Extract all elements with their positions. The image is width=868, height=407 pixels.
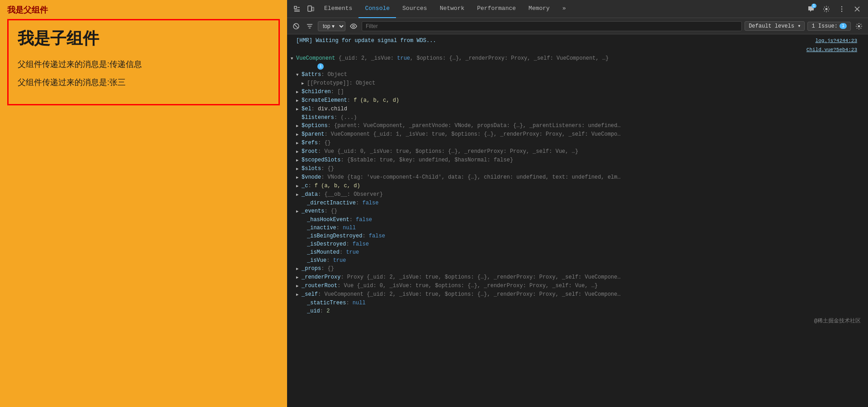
- no-arrow: [302, 256, 307, 265]
- expand-arrow[interactable]: [296, 165, 302, 173]
- left-panel: 我是父组件 我是子组件 父组件传递过来的消息是:传递信息 父组件传递过来的消息是…: [0, 0, 287, 407]
- settings-icon[interactable]: [820, 3, 833, 15]
- hmr-file-link[interactable]: log.js?4244:23: [816, 37, 864, 45]
- eye-icon[interactable]: [348, 21, 359, 32]
- expand-arrow[interactable]: [296, 96, 302, 105]
- tree-self[interactable]: _self: VueComponent {_uid: 2, _isVue: tr…: [287, 290, 868, 299]
- svg-rect-4: [308, 6, 311, 11]
- tree-options[interactable]: $options: {parent: VueComponent, _parent…: [287, 122, 868, 130]
- tree-inactive: _inactive: null: [287, 224, 868, 232]
- tree-createelement[interactable]: $createElement: f (a, b, c, d): [287, 96, 868, 105]
- expand-arrow[interactable]: [296, 207, 302, 216]
- tree-events[interactable]: _events: {}: [287, 207, 868, 216]
- expand-arrow[interactable]: [291, 54, 296, 63]
- tab-sources[interactable]: Sources: [396, 0, 434, 18]
- svg-point-17: [353, 25, 354, 27]
- feedback-icon[interactable]: 1: [805, 3, 817, 15]
- expand-arrow[interactable]: [296, 156, 302, 165]
- expand-arrow[interactable]: [296, 290, 302, 299]
- child-box: 我是子组件 父组件传递过来的消息是:传递信息 父组件传递过来的消息是:张三: [7, 19, 280, 105]
- issues-badge: 1: [840, 23, 847, 29]
- issues-label: 1 Issue:: [811, 23, 838, 29]
- tab-performance[interactable]: Performance: [471, 0, 522, 18]
- tree-slots[interactable]: $slots: {}: [287, 165, 868, 173]
- tree-parent[interactable]: $parent: VueComponent {_uid: 1, _isVue: …: [287, 130, 868, 139]
- svg-point-6: [826, 8, 828, 10]
- tree-attrs[interactable]: $attrs: Object: [287, 71, 868, 79]
- tree-children[interactable]: $children: []: [287, 88, 868, 96]
- expand-arrow: [296, 114, 302, 122]
- child-msg-1: 父组件传递过来的消息是:传递信息: [18, 59, 269, 70]
- vue-component-root[interactable]: VueComponent {_uid: 2, _isVue: true, $op…: [287, 54, 868, 71]
- expand-arrow[interactable]: [296, 147, 302, 156]
- device-icon[interactable]: [304, 3, 317, 15]
- tab-elements[interactable]: Elements: [318, 0, 359, 18]
- expand-arrow[interactable]: [296, 105, 302, 114]
- tree-router-root[interactable]: _routerRoot: Vue {_uid: 0, _isVue: true,…: [287, 282, 868, 290]
- tab-memory[interactable]: Memory: [522, 0, 556, 18]
- child-title: 我是子组件: [18, 28, 269, 50]
- tab-network[interactable]: Network: [434, 0, 471, 18]
- devtools-topbar: Elements Console Sources Network Perform…: [287, 0, 868, 18]
- expand-arrow[interactable]: [296, 265, 302, 273]
- no-arrow: [302, 248, 307, 256]
- clear-console-icon[interactable]: [291, 21, 302, 32]
- filter-icon[interactable]: [304, 21, 315, 32]
- tree-scoped-slots[interactable]: $scopedSlots: {$stable: true, $key: unde…: [287, 156, 868, 165]
- tree-is-mounted: _isMounted: true: [287, 248, 868, 256]
- filter-input[interactable]: [362, 21, 742, 31]
- svg-point-18: [858, 25, 860, 27]
- no-arrow: [302, 199, 307, 207]
- console-settings-icon[interactable]: [854, 21, 864, 32]
- tree-vnode[interactable]: $vnode: VNode {tag: 'vue-component-4-Chi…: [287, 173, 868, 182]
- no-arrow: [302, 216, 307, 224]
- issues-btn[interactable]: 1 Issue: 1: [807, 22, 851, 31]
- expand-arrow[interactable]: [296, 71, 302, 79]
- console-output: [HMR] Waiting for update signal from WDS…: [287, 34, 868, 407]
- expand-arrow[interactable]: [296, 273, 302, 282]
- tree-c[interactable]: _c: f (a, b, c, d): [287, 182, 868, 190]
- tree-data[interactable]: _data: {__ob__: Observer}: [287, 190, 868, 199]
- tree-listeners[interactable]: $listeners: (...): [287, 114, 868, 122]
- console-toolbar: top ▾ Default levels ▾ 1 Issue: 1: [287, 18, 868, 34]
- expand-arrow[interactable]: [296, 122, 302, 130]
- tree-prototype[interactable]: [[Prototype]]: Object: [287, 79, 868, 88]
- svg-rect-0: [294, 6, 297, 9]
- tab-console[interactable]: Console: [359, 0, 396, 18]
- expand-arrow[interactable]: [296, 139, 302, 147]
- expand-arrow[interactable]: [296, 282, 302, 290]
- inspect-icon[interactable]: [291, 3, 303, 15]
- child-file-line: Child.vue?5eb4:23: [287, 45, 868, 54]
- tree-is-being-destroyed: _isBeingDestroyed: false: [287, 232, 868, 240]
- hmr-text: [HMR] Waiting for update signal from WDS…: [296, 37, 436, 45]
- context-selector[interactable]: top ▾: [318, 21, 345, 31]
- devtools-panel: Elements Console Sources Network Perform…: [287, 0, 868, 407]
- no-arrow: [302, 299, 307, 307]
- expand-arrow[interactable]: [296, 88, 302, 96]
- svg-point-7: [841, 6, 842, 7]
- expand-arrow[interactable]: [296, 182, 302, 190]
- svg-point-9: [841, 10, 842, 11]
- child-file-link[interactable]: Child.vue?5eb4:23: [807, 46, 864, 54]
- expand-arrow[interactable]: [296, 130, 302, 139]
- tab-more[interactable]: »: [556, 0, 572, 18]
- expand-arrow[interactable]: [302, 79, 307, 88]
- tree-root[interactable]: $root: Vue {_uid: 0, _isVue: true, $opti…: [287, 147, 868, 156]
- watermark: @稀土掘金技术社区: [814, 317, 861, 325]
- tree-refs[interactable]: $refs: {}: [287, 139, 868, 147]
- tree-props[interactable]: _props: {}: [287, 265, 868, 273]
- tree-el[interactable]: $el: div.child: [287, 105, 868, 114]
- expand-arrow[interactable]: [296, 173, 302, 182]
- no-arrow: [302, 224, 307, 232]
- more-icon[interactable]: [835, 3, 848, 15]
- info-icon[interactable]: i: [317, 63, 324, 70]
- expand-arrow[interactable]: [296, 190, 302, 199]
- tree-render-proxy[interactable]: _renderProxy: Proxy {_uid: 2, _isVue: tr…: [287, 273, 868, 282]
- svg-point-8: [841, 8, 842, 9]
- close-icon[interactable]: [851, 3, 863, 15]
- default-levels-btn[interactable]: Default levels ▾: [745, 21, 805, 31]
- child-msg-2: 父组件传递过来的消息是:张三: [18, 77, 269, 88]
- parent-title: 我是父组件: [7, 5, 280, 15]
- tree-has-hook-event: _hasHookEvent: false: [287, 216, 868, 224]
- tree-uid: _uid: 2: [287, 307, 868, 315]
